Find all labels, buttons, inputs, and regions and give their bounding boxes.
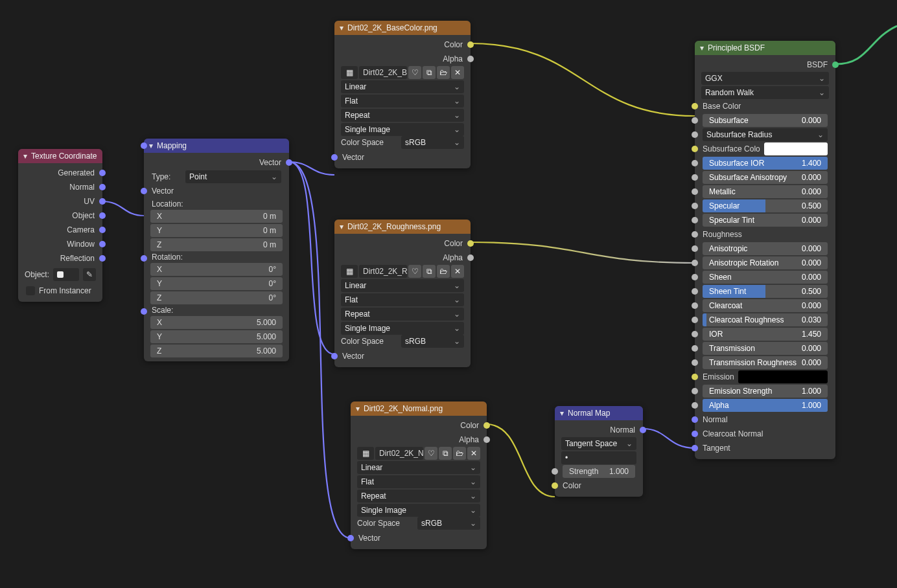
image-browse[interactable]: ▦ [341, 66, 358, 79]
node-image-basecolor[interactable]: ▾Dirt02_2K_BaseColor.png Color Alpha ▦ D… [334, 21, 471, 168]
input-anisotropic[interactable]: Anisotropic0.000 [695, 242, 835, 256]
output-bsdf[interactable]: BSDF [695, 58, 835, 72]
node-principled-bsdf[interactable]: ▾Principled BSDF BSDF GGX⌄ Random Walk⌄ … [695, 41, 835, 459]
node-header[interactable]: ▾Dirt02_2K_Normal.png [351, 401, 487, 416]
object-field[interactable] [53, 268, 79, 281]
input-subsurface-radius[interactable]: Subsurface Radius⌄ [695, 128, 835, 142]
extension-select[interactable]: Repeat⌄ [341, 109, 464, 122]
rotation-x[interactable]: X0° [150, 263, 283, 276]
interpolation-select[interactable]: Linear⌄ [341, 80, 464, 93]
input-specular-tint[interactable]: Specular Tint0.000 [695, 213, 835, 227]
space-select[interactable]: Tangent Space⌄ [561, 437, 636, 450]
output-alpha[interactable]: Alpha [334, 52, 471, 66]
input-clearcoat-roughness[interactable]: Clearcoat Roughness0.030 [695, 313, 835, 327]
open-image-button[interactable]: 🗁 [453, 447, 466, 460]
unlink-image-button[interactable]: ✕ [451, 265, 464, 278]
fake-user-button[interactable]: ♡ [408, 265, 421, 278]
output-object[interactable]: Object [18, 209, 102, 223]
rotation-y[interactable]: Y0° [150, 277, 283, 290]
input-subsurface-colo[interactable]: Subsurface Colo [695, 142, 835, 156]
input-anisotropic-rotation[interactable]: Anisotropic Rotation0.000 [695, 256, 835, 270]
input-clearcoat-normal[interactable]: Clearcoat Normal [695, 427, 835, 441]
input-clearcoat[interactable]: Clearcoat0.000 [695, 299, 835, 313]
output-camera[interactable]: Camera [18, 223, 102, 237]
location-z[interactable]: Z0 m [150, 238, 283, 251]
eyedropper-icon[interactable]: ✎ [83, 268, 96, 281]
output-normal[interactable]: Normal [555, 423, 643, 437]
sss-method-select[interactable]: Random Walk⌄ [701, 86, 829, 99]
input-metallic[interactable]: Metallic0.000 [695, 185, 835, 199]
node-header[interactable]: ▾ Mapping [144, 139, 289, 153]
input-subsurface-ior[interactable]: Subsurface IOR1.400 [695, 156, 835, 170]
type-select[interactable]: Point⌄ [185, 170, 281, 183]
output-vector[interactable]: Vector [144, 155, 289, 170]
projection-select[interactable]: Flat⌄ [341, 293, 464, 306]
image-name[interactable]: Dirt02_2K_Roug… [359, 265, 407, 278]
scale-y[interactable]: Y5.000 [150, 330, 283, 343]
input-normal[interactable]: Normal [695, 413, 835, 427]
input-sheen[interactable]: Sheen0.000 [695, 270, 835, 284]
input-transmission-roughness[interactable]: Transmission Roughness0.000 [695, 356, 835, 370]
output-color[interactable]: Color [351, 418, 487, 433]
output-alpha[interactable]: Alpha [351, 433, 487, 447]
node-header[interactable]: ▾Dirt02_2K_Roughness.png [334, 220, 471, 234]
input-specular[interactable]: Specular0.500 [695, 199, 835, 213]
from-instancer-row[interactable]: From Instancer [18, 284, 102, 298]
input-vector[interactable]: Vector [334, 349, 471, 363]
input-vector[interactable]: Vector [351, 531, 487, 545]
node-header[interactable]: ▾Dirt02_2K_BaseColor.png [334, 21, 471, 35]
input-emission-strength[interactable]: Emission Strength1.000 [695, 384, 835, 398]
output-color[interactable]: Color [334, 236, 471, 251]
output-generated[interactable]: Generated [18, 166, 102, 180]
new-image-button[interactable]: ⧉ [423, 66, 436, 79]
new-image-button[interactable]: ⧉ [439, 447, 452, 460]
unlink-image-button[interactable]: ✕ [451, 66, 464, 79]
input-transmission[interactable]: Transmission0.000 [695, 341, 835, 356]
projection-select[interactable]: Flat⌄ [341, 95, 464, 107]
input-subsurface[interactable]: Subsurface0.000 [695, 113, 835, 128]
colorspace-select[interactable]: sRGB⌄ [417, 517, 480, 530]
output-reflection[interactable]: Reflection [18, 251, 102, 266]
input-strength[interactable]: Strength1.000 [555, 464, 643, 479]
new-image-button[interactable]: ⧉ [423, 265, 436, 278]
node-normal-map[interactable]: ▾Normal Map Normal Tangent Space⌄ • Stre… [555, 406, 643, 497]
projection-select[interactable]: Flat⌄ [357, 475, 480, 488]
image-browse[interactable]: ▦ [357, 447, 374, 460]
location-x[interactable]: X0 m [150, 210, 283, 223]
output-uv[interactable]: UV [18, 194, 102, 209]
node-header[interactable]: ▾Principled BSDF [695, 41, 835, 55]
input-vector[interactable]: Vector [144, 184, 289, 198]
image-browse[interactable]: ▦ [341, 265, 358, 278]
input-roughness[interactable]: Roughness [695, 227, 835, 242]
extension-select[interactable]: Repeat⌄ [341, 308, 464, 321]
output-normal[interactable]: Normal [18, 180, 102, 194]
location-y[interactable]: Y0 m [150, 224, 283, 237]
input-sheen-tint[interactable]: Sheen Tint0.500 [695, 284, 835, 299]
input-subsurface-anisotropy[interactable]: Subsurface Anisotropy0.000 [695, 170, 835, 185]
uvmap-select[interactable]: • [561, 451, 636, 464]
extension-select[interactable]: Repeat⌄ [357, 490, 480, 503]
fake-user-button[interactable]: ♡ [408, 66, 421, 79]
node-mapping[interactable]: ▾ Mapping Vector Type: Point⌄ Vector Loc… [144, 139, 289, 361]
source-select[interactable]: Single Image⌄ [341, 322, 464, 335]
interpolation-select[interactable]: Linear⌄ [341, 279, 464, 292]
scale-z[interactable]: Z5.000 [150, 345, 283, 357]
output-color[interactable]: Color [334, 38, 471, 52]
node-header[interactable]: ▾ Texture Coordinate [18, 149, 102, 163]
input-alpha[interactable]: Alpha1.000 [695, 398, 835, 413]
distribution-select[interactable]: GGX⌄ [701, 72, 829, 85]
unlink-image-button[interactable]: ✕ [467, 447, 480, 460]
node-image-normal[interactable]: ▾Dirt02_2K_Normal.png Color Alpha ▦ Dirt… [351, 401, 487, 549]
interpolation-select[interactable]: Linear⌄ [357, 461, 480, 474]
fake-user-button[interactable]: ♡ [425, 447, 437, 460]
node-texture-coordinate[interactable]: ▾ Texture Coordinate Generated Normal UV… [18, 149, 102, 302]
output-window[interactable]: Window [18, 237, 102, 251]
scale-x[interactable]: X5.000 [150, 316, 283, 329]
image-name[interactable]: Dirt02_2K_Nor… [375, 447, 423, 460]
node-header[interactable]: ▾Normal Map [555, 406, 643, 420]
input-vector[interactable]: Vector [334, 150, 471, 164]
input-ior[interactable]: IOR1.450 [695, 327, 835, 341]
image-name[interactable]: Dirt02_2K_Base… [359, 66, 407, 79]
colorspace-select[interactable]: sRGB⌄ [401, 136, 464, 149]
output-alpha[interactable]: Alpha [334, 251, 471, 265]
